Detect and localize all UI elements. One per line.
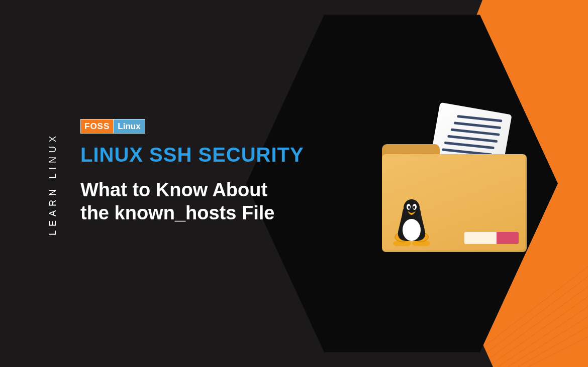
logo-linux-part: Linux xyxy=(114,119,145,134)
svg-line-5 xyxy=(508,317,588,367)
svg-line-7 xyxy=(528,337,588,367)
article-subtitle: What to Know About the known_hosts File xyxy=(80,178,304,225)
foss-linux-logo: FOSS Linux xyxy=(80,119,145,134)
vertical-category-label: LEARN LINUX xyxy=(48,132,58,235)
main-content: FOSS Linux LINUX SSH SECURITY What to Kn… xyxy=(80,119,304,225)
svg-line-4 xyxy=(498,307,588,367)
subtitle-line-2: the known_hosts File xyxy=(80,201,304,224)
svg-point-15 xyxy=(413,206,415,209)
svg-line-6 xyxy=(518,327,588,367)
logo-foss-part: FOSS xyxy=(80,119,114,134)
folder-label-strip xyxy=(464,232,519,244)
folder-illustration xyxy=(382,123,528,254)
svg-line-3 xyxy=(487,297,588,367)
svg-point-10 xyxy=(403,219,421,241)
subtitle-line-1: What to Know About xyxy=(80,178,304,201)
folder-icon xyxy=(382,154,527,252)
svg-point-14 xyxy=(408,206,410,209)
tux-linux-icon xyxy=(390,196,433,246)
article-headline: LINUX SSH SECURITY xyxy=(80,144,304,166)
